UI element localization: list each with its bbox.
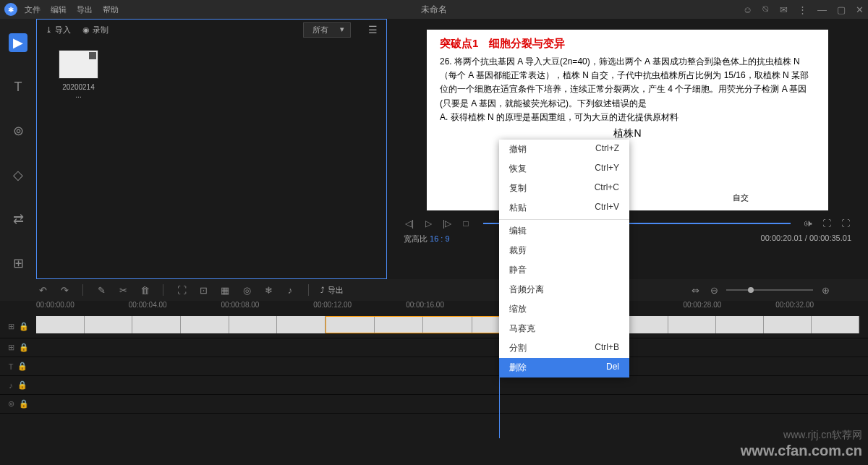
time-mark: 00:00:12.00 [313, 301, 406, 315]
text-track-icon: T [9, 362, 14, 371]
menu-file[interactable]: 文件 [25, 4, 41, 15]
media-thumbnail[interactable]: 20200214 ... [59, 50, 98, 99]
fit-icon[interactable]: ⇔ [689, 283, 702, 297]
text-tab-icon[interactable]: T [9, 77, 27, 96]
record-button[interactable]: ◉ 录制 [82, 25, 109, 35]
thumb-label: 20200214 ... [59, 83, 98, 99]
media-panel: ⤓ 导入 ◉ 录制 所有 ☰ 20200214 ... [36, 19, 387, 279]
time-mark: 00:00:16.00 [406, 301, 498, 315]
user-icon[interactable]: ⦰ [762, 4, 770, 15]
title-bar: ✱ 文件 编辑 导出 帮助 未命名 ☺ ⦰ ✉ ⋮ — ▢ ✕ [0, 0, 868, 19]
maximize-button[interactable]: ▢ [837, 4, 846, 15]
preview-option-a: A. 获得植株 N 的原理是基因重组，可为大豆的进化提供原材料 [440, 111, 815, 124]
zoom-in-icon[interactable]: ⊕ [819, 283, 832, 297]
preview-heading: 突破点1 细胞分裂与变异 [440, 37, 815, 51]
import-button[interactable]: ⤓ 导入 [46, 25, 71, 35]
zoom-icon[interactable]: ⊡ [197, 283, 210, 297]
text-track[interactable]: T🔒 [0, 357, 868, 376]
overlay-tab-icon[interactable]: ◇ [9, 166, 27, 184]
export-button[interactable]: ⤴ 导出 [320, 285, 344, 296]
play-button[interactable]: ▷ [422, 218, 434, 229]
time-mark: 00:00:04.00 [129, 301, 221, 315]
timeline: 00:00:00.00 00:00:04.00 00:00:08.00 00:0… [0, 301, 868, 414]
context-menu-item[interactable]: 音频分离 [499, 280, 629, 299]
video-track-icon: ⊞ [8, 322, 14, 331]
timeline-toolbar: ↶ ↷ ✎ ✂ 🗑 ⛶ ⊡ ▦ ◎ ❄ ♪ ⤴ 导出 ⇔ ⊖ ⊕ [0, 279, 868, 301]
preview-subheading: 植株N [440, 127, 815, 140]
cut-icon[interactable]: ✂ [116, 283, 129, 297]
zoom-out-icon[interactable]: ⊖ [707, 283, 720, 297]
video-track-1[interactable]: ⊞🔒 [0, 315, 868, 338]
time-mark: 00:00:00.00 [36, 301, 129, 315]
time-ruler[interactable]: 00:00:00.00 00:00:04.00 00:00:08.00 00:0… [0, 301, 868, 315]
window-title: 未命名 [421, 4, 447, 16]
minimize-button[interactable]: — [817, 4, 827, 15]
crop-icon[interactable]: ⛶ [175, 283, 188, 297]
pip-track-icon: ⊞ [8, 343, 14, 352]
context-menu-item[interactable]: 马赛克 [499, 319, 629, 338]
wechat-icon[interactable]: ☺ [743, 4, 752, 15]
video-clip-1[interactable] [36, 316, 326, 333]
mosaic-icon[interactable]: ▦ [218, 283, 231, 297]
watermark-2: www.rjtj.cn软荐网 [783, 429, 862, 442]
context-menu-item[interactable]: 复制Ctrl+C [499, 179, 629, 198]
context-menu: 撤销Ctrl+Z恢复Ctrl+Y复制Ctrl+C粘贴Ctrl+V编辑裁剪静音音频… [499, 140, 629, 377]
context-menu-item[interactable]: 粘贴Ctrl+V [499, 198, 629, 218]
note-right: 自交 [733, 192, 749, 203]
video-track-2[interactable]: ⊞🔒 [0, 338, 868, 357]
transition-tab-icon[interactable]: ⇄ [9, 210, 27, 229]
audio-track[interactable]: ♪🔒 [0, 376, 868, 395]
menu-export[interactable]: 导出 [77, 4, 93, 15]
audio-track-icon: ♪ [9, 381, 13, 390]
close-button[interactable]: ✕ [856, 4, 864, 15]
more-icon[interactable]: ⋮ [798, 4, 807, 15]
effects-tab-icon[interactable]: ⊚ [9, 121, 27, 140]
watermark-1: www.cfan.com.cn [741, 443, 862, 459]
redo-button[interactable]: ↷ [58, 283, 71, 297]
lock-icon[interactable]: 🔒 [19, 399, 29, 409]
context-menu-item[interactable]: 恢复Ctrl+Y [499, 159, 629, 179]
snapshot-tool-icon[interactable]: ◎ [240, 283, 253, 297]
media-filter-dropdown[interactable]: 所有 [303, 22, 351, 38]
context-menu-item[interactable]: 删除Del [499, 358, 629, 377]
delete-icon[interactable]: 🗑 [138, 283, 151, 297]
stop-button[interactable]: □ [460, 218, 472, 229]
context-menu-item[interactable]: 裁剪 [499, 241, 629, 260]
effect-track[interactable]: ⊚🔒 [0, 395, 868, 414]
element-tab-icon[interactable]: ⊞ [9, 254, 27, 273]
snapshot-icon[interactable]: ⛶ [821, 218, 833, 229]
message-icon[interactable]: ✉ [780, 4, 788, 15]
undo-button[interactable]: ↶ [36, 283, 49, 297]
list-view-icon[interactable]: ☰ [368, 24, 378, 35]
time-mark: 00:00:08.00 [221, 301, 314, 315]
aspect-ratio-label: 宽高比 16 : 9 [404, 234, 450, 244]
menu-edit[interactable]: 编辑 [51, 4, 67, 15]
context-menu-item[interactable]: 分割Ctrl+B [499, 338, 629, 358]
effect-track-icon: ⊚ [8, 399, 14, 409]
menu-help[interactable]: 帮助 [103, 4, 119, 15]
preview-question: 26. 将两个抗虫基因 A 导入大豆(2n=40)，筛选出两个 A 基因成功整合… [440, 55, 815, 111]
context-menu-item[interactable]: 编辑 [499, 221, 629, 241]
context-menu-item[interactable]: 静音 [499, 260, 629, 280]
audio-icon[interactable]: ♪ [284, 283, 297, 297]
time-mark: 00:00:32.00 [775, 301, 868, 315]
context-menu-item[interactable]: 撤销Ctrl+Z [499, 140, 629, 159]
next-frame-button[interactable]: |▷ [441, 218, 453, 229]
media-tab-icon[interactable]: ▶ [9, 33, 27, 52]
lock-icon[interactable]: 🔒 [19, 343, 29, 352]
freeze-icon[interactable]: ❄ [262, 283, 275, 297]
time-mark: 00:00:28.00 [683, 301, 775, 315]
video-clip-3[interactable] [621, 316, 859, 333]
volume-icon[interactable]: 🕪 [802, 218, 814, 229]
time-display: 00:00:20.01 / 00:00:35.01 [761, 234, 851, 244]
lock-icon[interactable]: 🔒 [17, 380, 27, 390]
lock-icon[interactable]: 🔒 [19, 322, 29, 331]
app-logo: ✱ [4, 3, 17, 16]
fullscreen-icon[interactable]: ⛶ [840, 218, 851, 229]
edit-icon[interactable]: ✎ [95, 283, 108, 297]
context-menu-item[interactable]: 缩放 [499, 299, 629, 319]
zoom-slider[interactable] [726, 289, 813, 291]
left-sidebar: ▶ T ⊚ ◇ ⇄ ⊞ [0, 19, 36, 279]
lock-icon[interactable]: 🔒 [17, 362, 27, 371]
prev-frame-button[interactable]: ◁| [404, 218, 415, 229]
